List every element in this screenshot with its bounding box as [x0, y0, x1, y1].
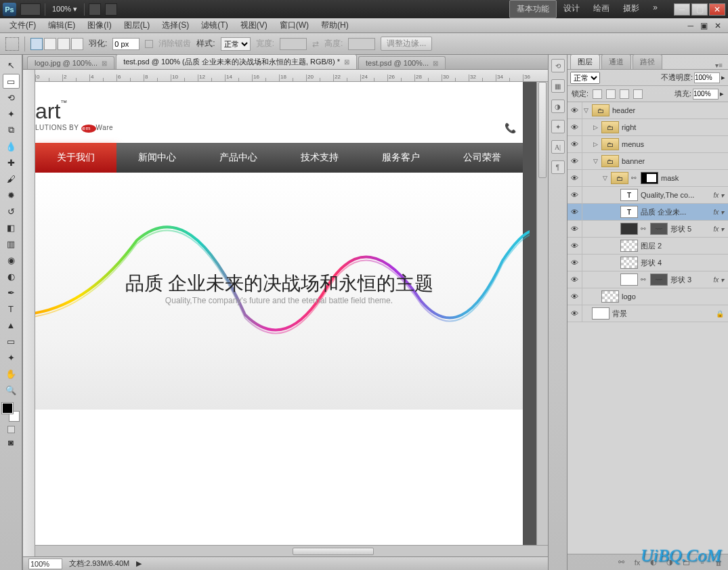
visibility-toggle-icon[interactable]: 👁: [568, 288, 582, 305]
selmode-subtract[interactable]: [58, 38, 70, 50]
foreground-color-swatch[interactable]: [2, 403, 13, 414]
layer-row[interactable]: 👁⚯〰形状 3fx ▾: [568, 271, 728, 288]
layer-thumbnail[interactable]: T: [620, 189, 638, 201]
history-brush-tool-icon[interactable]: ↺: [3, 204, 20, 219]
layer-thumbnail[interactable]: 🗀: [601, 138, 619, 150]
close-tab-icon[interactable]: ⊠: [433, 60, 438, 67]
visibility-toggle-icon[interactable]: 👁: [568, 305, 582, 322]
antialias-checkbox[interactable]: [145, 40, 153, 48]
marquee-tool-icon[interactable]: ▭: [3, 74, 20, 89]
menu-help[interactable]: 帮助(H): [316, 18, 354, 32]
status-arrow-icon[interactable]: ▶: [136, 559, 142, 568]
lock-all-icon[interactable]: [633, 89, 643, 99]
layer-row[interactable]: 👁▷🗀menus: [568, 136, 728, 153]
move-tool-icon[interactable]: ↖: [3, 58, 20, 72]
selmode-add[interactable]: [44, 38, 56, 50]
menu-image[interactable]: 图像(I): [82, 18, 116, 32]
layer-name[interactable]: 图层 2: [641, 241, 728, 251]
layer-thumbnail[interactable]: [620, 257, 638, 269]
history-panel-icon[interactable]: ⟲: [551, 59, 565, 72]
layer-name[interactable]: right: [622, 123, 728, 131]
new-group-icon[interactable]: 🗀: [681, 557, 691, 568]
healing-tool-icon[interactable]: ✚: [3, 155, 20, 170]
visibility-toggle-icon[interactable]: 👁: [568, 204, 582, 220]
pen-tool-icon[interactable]: ✒: [3, 285, 20, 300]
layer-row[interactable]: 👁图层 2: [568, 238, 728, 255]
subclose-button[interactable]: ✕: [712, 21, 724, 30]
vector-mask-thumbnail[interactable]: 〰: [650, 273, 668, 286]
layer-thumbnail[interactable]: T: [620, 206, 638, 218]
layer-name[interactable]: 形状 4: [641, 258, 728, 268]
tab-layers[interactable]: 图层: [570, 54, 600, 69]
fx-badge[interactable]: fx ▾: [713, 192, 724, 199]
gradient-tool-icon[interactable]: ▥: [3, 236, 20, 251]
character-panel-icon[interactable]: A|: [551, 140, 565, 154]
wand-tool-icon[interactable]: ✦: [3, 106, 20, 121]
arrange-icon[interactable]: [89, 3, 101, 16]
fill-slider-icon[interactable]: ▸: [720, 89, 724, 98]
visibility-toggle-icon[interactable]: 👁: [568, 102, 582, 118]
menu-filter[interactable]: 滤镜(T): [196, 18, 233, 32]
mask-thumbnail[interactable]: [641, 172, 658, 184]
layer-name[interactable]: 品质 企业未...: [641, 207, 709, 217]
lock-transparency-icon[interactable]: [593, 89, 602, 99]
screenmode-icon[interactable]: [105, 3, 117, 16]
canvas[interactable]: art™ LUTIONS BY emWare 📞 关于我们新闻中心产品中心技术支…: [35, 82, 523, 545]
workspace-tab-essentials[interactable]: 基本功能: [509, 0, 557, 18]
layer-thumbnail[interactable]: [592, 307, 609, 320]
stamp-tool-icon[interactable]: ✹: [3, 188, 20, 202]
hand-tool-icon[interactable]: ✋: [3, 366, 20, 381]
fx-badge[interactable]: fx ▾: [713, 276, 724, 284]
workspace-tab-photography[interactable]: 摄影: [616, 0, 646, 18]
close-tab-icon[interactable]: ⊠: [344, 58, 349, 66]
layer-thumbnail[interactable]: 🗀: [601, 121, 619, 133]
layer-thumbnail[interactable]: [620, 273, 638, 286]
layer-row[interactable]: 👁▽🗀banner: [568, 153, 728, 170]
vector-mask-thumbnail[interactable]: 〰: [650, 223, 668, 235]
layer-row[interactable]: 👁▷🗀right: [568, 119, 728, 136]
menu-layer[interactable]: 图层(L): [119, 18, 156, 32]
panel-menu-icon[interactable]: ▾≡: [712, 62, 725, 69]
link-layers-icon[interactable]: ⚯: [616, 557, 626, 568]
submin-button[interactable]: ─: [685, 21, 696, 30]
nav-item[interactable]: 关于我们: [35, 143, 116, 173]
status-zoom[interactable]: 100%: [28, 558, 62, 569]
lasso-tool-icon[interactable]: ⟲: [3, 90, 20, 105]
brush-tool-icon[interactable]: 🖌: [3, 171, 20, 186]
tab-channels[interactable]: 通道: [601, 54, 631, 69]
shape-tool-icon[interactable]: ▭: [3, 334, 20, 349]
menu-edit[interactable]: 编辑(E): [43, 18, 81, 32]
visibility-toggle-icon[interactable]: 👁: [568, 136, 582, 152]
lock-pixels-icon[interactable]: [606, 89, 616, 99]
menu-file[interactable]: 文件(F): [4, 18, 41, 32]
zoom-display[interactable]: 100% ▾: [49, 5, 80, 14]
visibility-toggle-icon[interactable]: 👁: [568, 187, 582, 203]
styles-panel-icon[interactable]: ✦: [551, 120, 565, 133]
tab-paths[interactable]: 路径: [633, 54, 662, 69]
visibility-toggle-icon[interactable]: 👁: [568, 238, 582, 254]
style-select[interactable]: 正常: [221, 37, 251, 51]
layer-row[interactable]: 👁logo: [568, 288, 728, 305]
menu-view[interactable]: 视图(V): [235, 18, 273, 32]
menu-window[interactable]: 窗口(W): [274, 18, 314, 32]
quickmask-toggle[interactable]: [7, 426, 15, 433]
opacity-slider-icon[interactable]: ▸: [721, 73, 725, 82]
delete-layer-icon[interactable]: 🗑: [713, 557, 724, 568]
marquee-tool-icon[interactable]: [5, 37, 19, 51]
layer-thumbnail[interactable]: 🗀: [611, 172, 628, 184]
nav-item[interactable]: 产品中心: [198, 143, 279, 173]
close-button[interactable]: ✕: [709, 3, 725, 16]
paragraph-panel-icon[interactable]: ¶: [551, 160, 565, 174]
layer-row[interactable]: 👁形状 4: [568, 255, 728, 271]
expand-arrow-icon[interactable]: ▽: [592, 158, 599, 165]
nav-item[interactable]: 服务客户: [360, 143, 442, 173]
layer-thumbnail[interactable]: 🗀: [601, 155, 619, 167]
workspace-more[interactable]: »: [646, 0, 664, 18]
layer-row[interactable]: 👁▽🗀⚯mask: [568, 170, 728, 187]
lock-position-icon[interactable]: [620, 89, 629, 99]
layer-row[interactable]: 👁▽🗀header: [568, 102, 728, 119]
horizontal-scrollbar[interactable]: [35, 545, 548, 556]
eraser-tool-icon[interactable]: ◧: [3, 220, 20, 235]
layer-name[interactable]: mask: [661, 174, 728, 182]
layer-thumbnail[interactable]: 🗀: [592, 104, 609, 116]
